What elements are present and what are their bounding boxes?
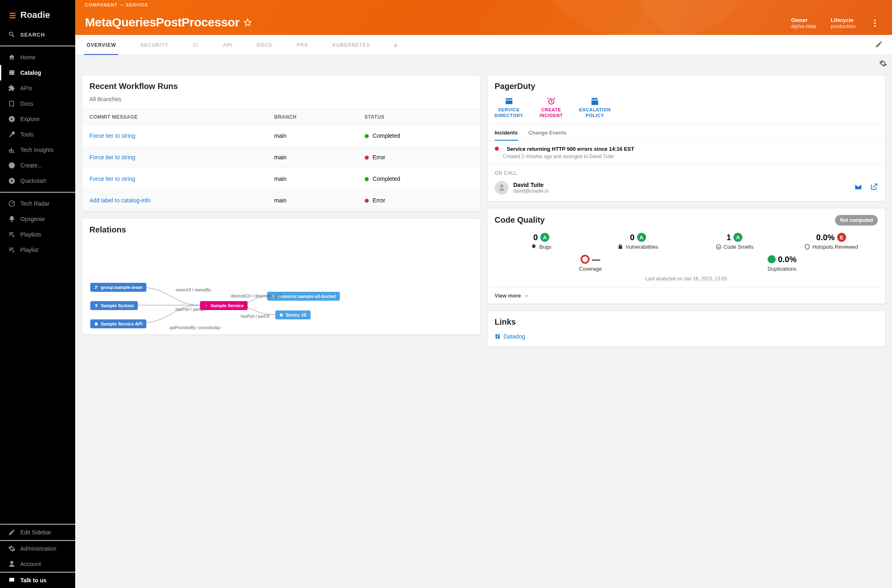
node-group[interactable]: group:sample-team (90, 283, 146, 292)
grade-badge: A (540, 233, 549, 242)
tab-overview[interactable]: OVERVIEW (84, 35, 118, 55)
node-sentry[interactable]: Sentry JS (275, 310, 311, 319)
card-workflow-runs: Recent Workflow Runs All Branches COMMIT… (82, 75, 481, 212)
browser-icon (505, 97, 513, 106)
tab-edit[interactable] (875, 40, 883, 50)
sidebar-item-catalog[interactable]: Catalog (0, 65, 75, 80)
tabbar: OVERVIEW SECURITY CI API DOCS PRS KUBERN… (75, 35, 892, 55)
status-dot-icon (365, 156, 369, 160)
sidebar-item-create[interactable]: Create... (0, 158, 75, 173)
pd-escalation-policy[interactable]: ESCALATIONPOLICY (579, 97, 611, 119)
status-dot-icon (365, 199, 369, 203)
search-button[interactable]: SEARCH (0, 27, 75, 46)
open-external-button[interactable] (870, 183, 878, 193)
relations-graph[interactable]: group:sample-team Sample System Sample S… (82, 241, 480, 334)
chat-icon (8, 577, 15, 584)
table-row[interactable]: Add label to catalog-info main Error (82, 190, 480, 211)
playlist-icon (8, 246, 15, 254)
radar-icon (8, 200, 15, 207)
main: COMPONENT — SERVICE MetaQueriesPostProce… (75, 0, 892, 588)
pd-service-directory[interactable]: SERVICEDIRECTORY (495, 97, 523, 119)
dashboard-icon (495, 334, 500, 339)
tab-prs[interactable]: PRS (294, 35, 311, 55)
view-more-button[interactable]: View more→ (487, 287, 885, 304)
pd-create-incident[interactable]: CREATEINCIDENT (540, 97, 563, 119)
gear-icon (8, 545, 15, 552)
commit-link[interactable]: Force tier to string (89, 176, 135, 182)
tab-add[interactable]: ＋ (392, 40, 399, 50)
card-code-quality: Code Quality Not computed 0A Bugs0A Vuln… (487, 208, 886, 304)
card-relations: Relations group:sample-team Sample Syste… (82, 218, 481, 335)
tab-ci[interactable]: CI (190, 35, 201, 55)
sidebar-item-techinsights[interactable]: Tech Insights (0, 142, 75, 158)
table-row[interactable]: Force tier to string main Completed (82, 125, 480, 147)
metric-icon (618, 244, 624, 250)
book-icon (8, 100, 15, 107)
cq-metric: 0.0%E Hotspots Reviewed (784, 233, 878, 250)
page-settings[interactable] (879, 59, 887, 69)
sidebar-item-account[interactable]: Account (0, 556, 75, 572)
roadie-logo-icon (8, 11, 17, 20)
sidebar-item-opsgenie[interactable]: Opsgenie (0, 211, 75, 227)
sidebar-item-playlists[interactable]: Playlists (0, 227, 75, 242)
pencil-icon (8, 529, 15, 536)
node-api[interactable]: Sample Service API (90, 319, 146, 328)
group-icon (94, 285, 98, 289)
meta-owner[interactable]: Owner alpha-data (791, 17, 816, 29)
sidebar-item-playlist[interactable]: Playlist (0, 242, 75, 258)
cubes-icon (94, 304, 98, 308)
external-icon (870, 183, 878, 191)
svg-point-3 (206, 305, 207, 306)
hero: COMPONENT — SERVICE MetaQueriesPostProce… (75, 0, 892, 35)
sidebar-item-administration[interactable]: Administration (0, 541, 75, 556)
calendar-icon (590, 97, 599, 106)
node-system[interactable]: Sample System (90, 301, 138, 310)
commit-link[interactable]: Force tier to string (89, 154, 135, 161)
sidebar-item-explore[interactable]: Explore (0, 111, 75, 127)
node-service[interactable]: Sample Service (200, 301, 248, 310)
status-dot-icon (365, 134, 369, 138)
meta-lifecycle[interactable]: Lifecycle production (831, 17, 855, 29)
tab-kubernetes[interactable]: KUBERNETES (330, 35, 373, 55)
link-datadog[interactable]: Datadog (487, 329, 885, 346)
sidebar-item-quickstart[interactable]: Quickstart (0, 173, 75, 189)
nav-primary: Home Catalog APIs Docs Explore Tools Tec… (0, 46, 75, 192)
star-icon[interactable] (244, 18, 252, 26)
sidebar: Roadie SEARCH Home Catalog APIs Docs Exp… (0, 0, 75, 588)
tab-docs[interactable]: DOCS (254, 35, 275, 55)
card-pagerduty: PagerDuty SERVICEDIRECTORY CREATEINCIDEN… (487, 75, 886, 202)
commit-link[interactable]: Force tier to string (89, 132, 135, 139)
kebab-menu[interactable] (870, 20, 880, 27)
page-title: MetaQueriesPostProcessor (85, 15, 239, 29)
table-row[interactable]: Force tier to string main Error (82, 147, 480, 168)
tab-security[interactable]: SECURITY (138, 35, 171, 55)
sidebar-item-tools[interactable]: Tools (0, 127, 75, 142)
gear-icon (204, 304, 208, 308)
tab-api[interactable]: API (220, 35, 235, 55)
table-row[interactable]: Force tier to string main Completed (82, 168, 480, 190)
incident-dot-icon (495, 147, 499, 151)
sidebar-item-docs[interactable]: Docs (0, 96, 75, 111)
mail-icon (854, 183, 862, 191)
sidebar-item-editsidebar[interactable]: Edit Sidebar (0, 525, 75, 540)
dup-circle-icon (768, 255, 776, 263)
brand-row[interactable]: Roadie (0, 0, 75, 27)
subtab-changeevents[interactable]: Change Events (529, 125, 567, 141)
sidebar-item-talktous[interactable]: Talk to us (0, 573, 75, 588)
oncall-row: David Tuite david@roadie.io (487, 178, 885, 201)
sidebar-item-apis[interactable]: APIs (0, 80, 75, 96)
email-button[interactable] (854, 183, 862, 193)
gear-icon (879, 59, 887, 67)
grade-badge: A (733, 233, 742, 242)
grade-badge: E (837, 233, 846, 242)
subtab-incidents[interactable]: Incidents (495, 125, 518, 141)
commit-link[interactable]: Add label to catalog-info (89, 197, 150, 204)
brand-name: Roadie (20, 10, 50, 20)
list-icon (8, 69, 15, 76)
plus-circle-icon (8, 162, 15, 169)
sidebar-item-techradar[interactable]: Tech Radar (0, 196, 75, 211)
incident-row[interactable]: Service returning HTTP 500 errors since … (487, 141, 885, 165)
workflow-subtitle: All Branches (89, 96, 473, 102)
sidebar-item-home[interactable]: Home (0, 50, 75, 65)
puzzle-icon (94, 322, 98, 326)
